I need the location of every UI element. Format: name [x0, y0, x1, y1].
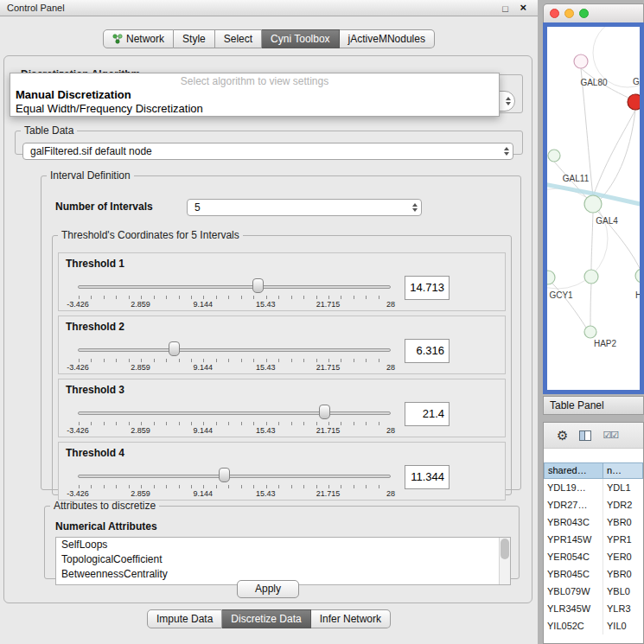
- scale-label: 21.715: [316, 489, 341, 498]
- apply-button[interactable]: Apply: [237, 580, 299, 598]
- table-row[interactable]: YBR043CYBR0: [544, 513, 643, 531]
- numerical-attributes-list: SelfLoops TopologicalCoefficient Between…: [55, 537, 511, 585]
- network-node[interactable]: [574, 54, 588, 68]
- column-header-shared-name[interactable]: shared…: [544, 462, 603, 479]
- table-data-select[interactable]: galFiltered.sif default node: [22, 143, 513, 160]
- network-node[interactable]: [547, 271, 555, 284]
- table-row[interactable]: YER054CYER0: [544, 548, 643, 565]
- table-cell[interactable]: YLR3: [603, 600, 643, 617]
- slider-track[interactable]: [78, 475, 391, 478]
- slider-ticks: [79, 296, 391, 299]
- table-panel-title: Table Panel: [550, 399, 604, 411]
- slider-thumb[interactable]: [169, 341, 180, 356]
- network-canvas[interactable]: GAL80 GA GAL11 GAL4 GCY1 H HAP2: [543, 22, 644, 394]
- table-cell[interactable]: YPR1: [603, 531, 643, 548]
- list-item[interactable]: SelfLoops: [56, 538, 510, 552]
- threshold-2-label: Threshold 2: [66, 321, 124, 333]
- table-cell[interactable]: YLR345W: [544, 600, 603, 617]
- slider-thumb[interactable]: [252, 278, 264, 293]
- gear-icon[interactable]: ⚙: [557, 429, 568, 442]
- tab-jactivemnodules[interactable]: jActiveMNodules: [340, 29, 435, 48]
- threshold-4-slider[interactable]: [78, 474, 391, 481]
- scale-label: 15.43: [256, 300, 276, 309]
- table-row[interactable]: YDR27…YDR2: [544, 496, 643, 513]
- table-row[interactable]: YPR145WYPR1: [544, 531, 643, 548]
- slider-track[interactable]: [78, 285, 391, 289]
- scrollbar-thumb[interactable]: [501, 539, 509, 559]
- select-columns-icon[interactable]: ☑☑: [603, 430, 618, 440]
- number-of-intervals-select[interactable]: 5: [187, 199, 422, 216]
- threshold-3-panel: Threshold 3 -3.426 2.859 9.144 15.43 21.…: [58, 379, 506, 437]
- threshold-1-slider[interactable]: [78, 284, 391, 291]
- slider-track[interactable]: [78, 348, 391, 352]
- scale-label: 28: [386, 489, 395, 498]
- slider-scale: -3.426 2.859 9.144 15.43 21.715 28: [78, 363, 391, 373]
- tab-infer-network[interactable]: Infer Network: [311, 609, 391, 628]
- close-traffic-light[interactable]: [550, 9, 559, 18]
- network-node[interactable]: [584, 326, 596, 338]
- table-row[interactable]: YBL079WYBL0: [544, 583, 643, 600]
- list-item[interactable]: TopologicalCoefficient: [56, 552, 510, 567]
- stepper-icon: [501, 92, 514, 111]
- network-node[interactable]: [635, 269, 640, 283]
- dropdown-option-manual-discretization[interactable]: Manual Discretization: [10, 88, 499, 102]
- scale-label: 9.144: [194, 363, 214, 372]
- numerical-attributes-label: Numerical Attributes: [55, 520, 157, 532]
- tab-style-label: Style: [182, 33, 206, 45]
- table-cell[interactable]: YBR0: [603, 513, 643, 531]
- threshold-3-slider[interactable]: [78, 411, 391, 418]
- table-cell[interactable]: YDL19…: [544, 479, 603, 496]
- table-cell[interactable]: YBR043C: [544, 513, 603, 531]
- table-cell[interactable]: YBL079W: [544, 583, 603, 600]
- table-cell[interactable]: YDL1: [603, 479, 643, 496]
- table-cell[interactable]: YBL0: [603, 583, 643, 600]
- table-cell[interactable]: YBR0: [603, 565, 643, 583]
- network-node[interactable]: [584, 270, 598, 284]
- slider-track[interactable]: [78, 411, 391, 415]
- network-node[interactable]: [584, 195, 602, 213]
- tab-impute-data[interactable]: Impute Data: [147, 609, 222, 628]
- table-cell[interactable]: YIL052C: [544, 617, 603, 634]
- scale-label: -3.426: [67, 300, 89, 309]
- threshold-2-value-field[interactable]: 6.316: [405, 339, 450, 363]
- slider-thumb[interactable]: [319, 405, 330, 419]
- table-row[interactable]: YIL052CYIL0: [544, 617, 643, 634]
- close-window-icon[interactable]: ×: [520, 0, 526, 16]
- table-row[interactable]: YLR345WYLR3: [544, 600, 643, 617]
- minimize-traffic-light[interactable]: [564, 9, 574, 18]
- table-cell[interactable]: YPR145W: [544, 531, 603, 548]
- threshold-3-value-field[interactable]: 21.4: [405, 402, 450, 426]
- zoom-traffic-light[interactable]: [579, 9, 589, 18]
- table-cell[interactable]: YBR045C: [544, 565, 603, 583]
- threshold-2-slider[interactable]: [78, 348, 391, 354]
- table-row[interactable]: YDL19…YDL1: [544, 479, 643, 496]
- columns-icon[interactable]: [579, 430, 591, 441]
- tab-select[interactable]: Select: [215, 29, 262, 48]
- column-header-name[interactable]: n…: [603, 462, 643, 479]
- table-cell[interactable]: YER0: [603, 548, 643, 565]
- network-node[interactable]: [548, 150, 560, 162]
- dropdown-option-equal-width-frequency[interactable]: Equal Width/Frequency Discretization: [10, 102, 499, 116]
- threshold-4-value-field[interactable]: 11.344: [405, 465, 450, 489]
- tab-network-label: Network: [126, 33, 164, 45]
- network-graph[interactable]: GAL80 GA GAL11 GAL4 GCY1 H HAP2: [547, 27, 640, 390]
- tab-style[interactable]: Style: [174, 29, 215, 48]
- table-cell[interactable]: YDR27…: [544, 496, 603, 513]
- network-icon: [112, 34, 123, 44]
- threshold-1-value-field[interactable]: 14.713: [405, 276, 450, 300]
- tab-cyni-toolbox[interactable]: Cyni Toolbox: [262, 29, 339, 48]
- tab-discretize-data[interactable]: Discretize Data: [222, 609, 310, 628]
- node-label: GA: [633, 77, 640, 86]
- table-cell[interactable]: YIL0: [603, 617, 643, 634]
- slider-thumb[interactable]: [219, 468, 230, 482]
- float-window-icon[interactable]: □: [502, 1, 508, 16]
- tab-network[interactable]: Network: [103, 29, 174, 48]
- table-cell[interactable]: YER054C: [544, 548, 603, 565]
- network-node-selected[interactable]: [628, 94, 640, 110]
- table-cell[interactable]: YDR2: [603, 496, 643, 513]
- table-data-group: Table Data galFiltered.sif default node: [15, 124, 523, 155]
- table-row[interactable]: YBR045CYBR0: [544, 565, 643, 583]
- list-scrollbar[interactable]: [499, 538, 510, 584]
- tab-impute-data-label: Impute Data: [156, 613, 213, 625]
- scale-label: 15.43: [256, 363, 276, 372]
